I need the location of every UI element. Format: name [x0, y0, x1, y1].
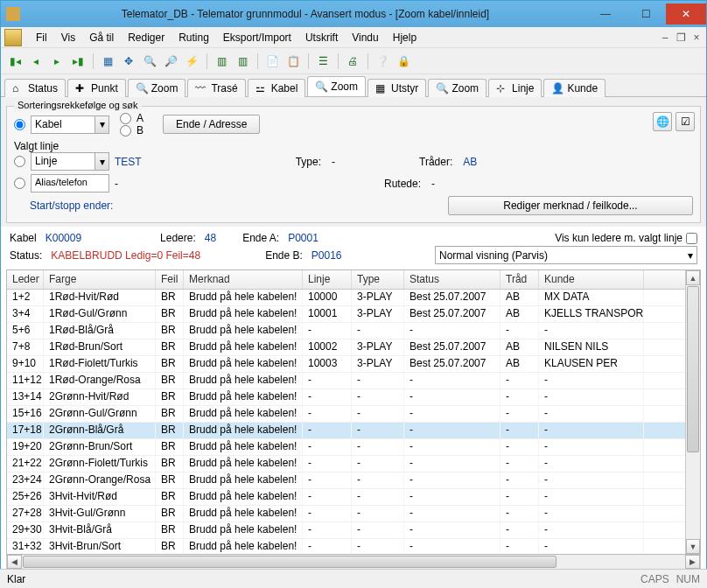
globe-button[interactable]: 🌐	[653, 112, 672, 131]
table-row[interactable]: 21+222Grønn-Fiolett/TurkisBRBrudd på hel…	[7, 456, 685, 472]
mdi-minimize-icon[interactable]: –	[659, 32, 671, 44]
visning-select[interactable]: Normal visning (Parvis) ▾	[435, 246, 697, 264]
nav-next-icon[interactable]: ▸	[48, 52, 66, 70]
cell: BR	[156, 290, 184, 305]
table-row[interactable]: 29+303Hvit-Blå/GråBRBrudd på hele kabele…	[7, 522, 685, 539]
table-row[interactable]: 23+242Grønn-Orange/RosaBRBrudd på hele k…	[7, 472, 685, 489]
close-button[interactable]: ✕	[666, 4, 706, 24]
ende-adresse-button[interactable]: Ende / Adresse	[163, 115, 260, 134]
radio-a[interactable]	[120, 113, 131, 124]
tool-box2-icon[interactable]: ▥	[234, 52, 251, 70]
app-menu-icon[interactable]	[4, 29, 22, 46]
table-row[interactable]: 19+202Grønn-Brun/SortBRBrudd på hele kab…	[7, 439, 685, 456]
menu-hjelp[interactable]: Hjelp	[386, 30, 424, 46]
table-row[interactable]: 13+142Grønn-Hvit/RødBRBrudd på hele kabe…	[7, 389, 685, 406]
tab-kunde-9[interactable]: 👤Kunde	[543, 79, 606, 97]
table-row[interactable]: 15+162Grønn-Gul/GrønnBRBrudd på hele kab…	[7, 406, 685, 423]
tool-lock-icon[interactable]: 🔒	[395, 52, 412, 70]
linje-radio[interactable]	[14, 156, 25, 167]
cell: BR	[156, 506, 184, 522]
menu-vindu[interactable]: Vindu	[345, 30, 385, 46]
table-row[interactable]: 17+182Grønn-Blå/GråBRBrudd på hele kabel…	[7, 423, 685, 439]
tab-zoom-7[interactable]: 🔍Zoom	[428, 79, 486, 97]
table-row[interactable]: 5+61Rød-Blå/GråBRBrudd på hele kabelen!-…	[7, 323, 685, 340]
grid-vscrollbar[interactable]: ▲ ▼	[685, 270, 700, 554]
alias-combo[interactable]: Alias/telefon	[31, 174, 109, 192]
cell: MX DATA	[539, 290, 644, 305]
minimize-button[interactable]: —	[585, 4, 626, 24]
help-icon[interactable]: ❔	[374, 52, 391, 70]
tool-move-icon[interactable]: ✥	[120, 52, 137, 70]
tab-trasé-3[interactable]: 〰Trasé	[187, 79, 245, 97]
cell: BR	[156, 522, 184, 538]
tool-list-icon[interactable]: ☰	[314, 52, 332, 70]
menu-vis[interactable]: Vis	[54, 30, 82, 46]
table-row[interactable]: 27+283Hvit-Gul/GrønnBRBrudd på hele kabe…	[7, 506, 685, 522]
tool-zoomin-icon[interactable]: 🔍	[141, 52, 158, 70]
column-header-status[interactable]: Status	[404, 270, 500, 289]
tool-paste-icon[interactable]: 📋	[284, 52, 302, 70]
tab-linje-8[interactable]: ⊹Linje	[488, 79, 542, 97]
column-header-feil[interactable]: Feil	[156, 270, 184, 289]
grid-hscrollbar[interactable]: ◀ ▶	[6, 555, 701, 570]
menu-rediger[interactable]: Rediger	[121, 30, 172, 46]
nav-prev-icon[interactable]: ◂	[27, 52, 45, 70]
scroll-thumb[interactable]	[687, 286, 699, 452]
column-header-kunde[interactable]: Kunde	[539, 270, 644, 289]
column-header-farge[interactable]: Farge	[44, 270, 156, 289]
column-header-leder[interactable]: Leder	[7, 270, 44, 289]
maximize-button[interactable]: ☐	[626, 4, 666, 24]
table-row[interactable]: 1+21Rød-Hvit/RødBRBrudd på hele kabelen!…	[7, 290, 685, 306]
tool-grid-icon[interactable]: ▦	[99, 52, 116, 70]
tab-zoom-2[interactable]: 🔍Zoom	[128, 79, 186, 97]
rediger-merknad-button[interactable]: Rediger merknad / feilkode...	[448, 196, 693, 215]
cell: -	[352, 472, 404, 488]
cell: -	[404, 439, 500, 455]
tool-lightning-icon[interactable]: ⚡	[183, 52, 200, 70]
cust-icon: 👤	[551, 82, 564, 94]
table-row[interactable]: 25+263Hvit-Hvit/RødBRBrudd på hele kabel…	[7, 489, 685, 506]
scroll-hthumb[interactable]	[23, 556, 556, 568]
nav-last-icon[interactable]: ▸▮	[69, 52, 87, 70]
tab-punkt-1[interactable]: ✚Punkt	[67, 79, 126, 97]
mdi-restore-icon[interactable]: ❐	[675, 32, 687, 44]
table-row[interactable]: 9+101Rød-Fiolett/TurkisBRBrudd på hele k…	[7, 356, 685, 373]
table-row[interactable]: 7+81Rød-Brun/SortBRBrudd på hele kabelen…	[7, 340, 685, 356]
menu-gå til[interactable]: Gå til	[82, 30, 121, 46]
tab-utstyr-6[interactable]: ▦Utstyr	[368, 79, 426, 97]
check-button[interactable]: ☑	[676, 112, 695, 131]
nav-first-icon[interactable]: ▮◂	[6, 52, 24, 70]
column-header-tråd[interactable]: Tråd	[500, 270, 539, 289]
tab-zoom-5[interactable]: 🔍Zoom	[307, 76, 366, 96]
table-row[interactable]: 11+121Rød-Orange/RosaBRBrudd på hele kab…	[7, 373, 685, 389]
column-header-merknad[interactable]: Merknad	[184, 270, 303, 289]
data-grid[interactable]: LederFargeFeilMerknadLinjeTypeStatusTråd…	[6, 270, 701, 555]
linje-combo[interactable]: Linje ▾	[31, 152, 109, 171]
table-row[interactable]: 31+323Hvit-Brun/SortBRBrudd på hele kabe…	[7, 539, 685, 554]
scroll-right-icon[interactable]: ▶	[685, 555, 700, 569]
tab-kabel-4[interactable]: ⚍Kabel	[248, 79, 306, 97]
tool-copy-icon[interactable]: 📄	[263, 52, 281, 70]
scroll-down-icon[interactable]: ▼	[686, 539, 700, 554]
table-row[interactable]: 3+41Rød-Gul/GrønnBRBrudd på hele kabelen…	[7, 306, 685, 323]
scroll-up-icon[interactable]: ▲	[686, 270, 700, 285]
kabel-combo[interactable]: Kabel ▾	[31, 116, 109, 134]
chevron-down-icon[interactable]: ▾	[94, 153, 108, 170]
mdi-close-icon[interactable]: ×	[690, 32, 703, 44]
tab-status-0[interactable]: ⌂Status	[4, 79, 66, 97]
vis-kun-checkbox[interactable]	[686, 233, 697, 244]
column-header-type[interactable]: Type	[352, 270, 404, 289]
radio-b[interactable]	[120, 125, 131, 136]
tool-box1-icon[interactable]: ▥	[213, 52, 230, 70]
menu-fil[interactable]: Fil	[29, 30, 54, 46]
kabel-radio[interactable]	[14, 119, 25, 130]
menu-eksport/import[interactable]: Eksport/Import	[216, 30, 298, 46]
menu-utskrift[interactable]: Utskrift	[298, 30, 345, 46]
tool-zoomout-icon[interactable]: 🔎	[162, 52, 179, 70]
menu-ruting[interactable]: Ruting	[172, 30, 216, 46]
tool-print-icon[interactable]: 🖨	[344, 52, 361, 70]
scroll-left-icon[interactable]: ◀	[7, 555, 22, 569]
chevron-down-icon[interactable]: ▾	[94, 116, 108, 133]
column-header-linje[interactable]: Linje	[303, 270, 352, 289]
alias-radio[interactable]	[14, 178, 25, 189]
